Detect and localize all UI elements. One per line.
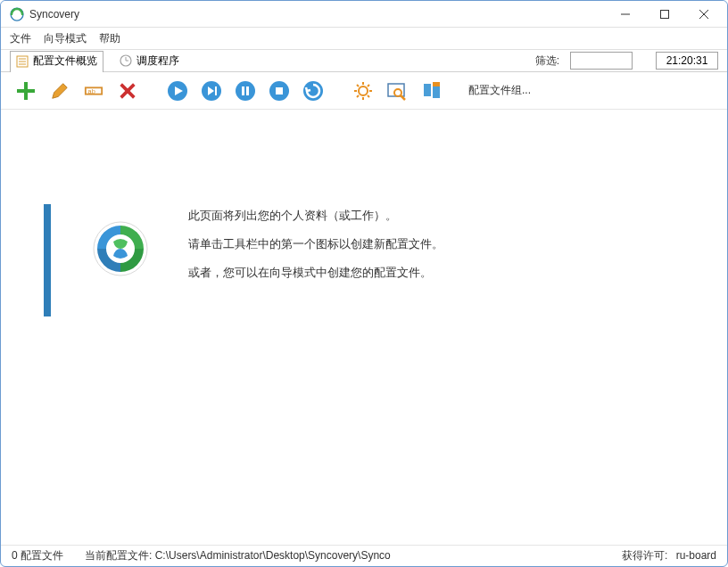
- profile-group-button[interactable]: 配置文件组...: [468, 83, 531, 98]
- welcome-panel: 此页面将列出您的个人资料（或工作）。 请单击工具栏中的第一个图标以创建新配置文件…: [44, 204, 443, 316]
- svg-line-33: [368, 95, 369, 97]
- restore-button[interactable]: [301, 78, 326, 103]
- svg-rect-13: [17, 89, 35, 93]
- svg-text:ab: ab: [88, 86, 95, 94]
- app-icon: [10, 7, 24, 21]
- delete-button[interactable]: [115, 78, 140, 103]
- svg-rect-23: [246, 86, 249, 95]
- filter-input[interactable]: [570, 52, 633, 70]
- svg-line-32: [357, 85, 359, 86]
- search-button[interactable]: [385, 78, 410, 103]
- content-area: 此页面将列出您的个人资料（或工作）。 请单击工具栏中的第一个图标以创建新配置文件…: [1, 110, 727, 545]
- menu-wizard[interactable]: 向导模式: [44, 31, 87, 46]
- window-controls: [606, 1, 724, 27]
- current-profile: 当前配置文件: C:\Users\Administrator\Desktop\S…: [85, 548, 391, 563]
- status-bar: 0 配置文件 当前配置文件: C:\Users\Administrator\De…: [1, 545, 727, 566]
- menu-bar: 文件 向导模式 帮助: [1, 28, 727, 49]
- tabs-row: 配置文件概览 调度程序 筛选: 21:20:31: [1, 49, 727, 72]
- svg-rect-22: [242, 86, 244, 95]
- settings-button[interactable]: [351, 78, 376, 103]
- tab-label: 配置文件概览: [33, 53, 97, 69]
- svg-point-37: [394, 89, 401, 96]
- list-icon: [16, 55, 29, 68]
- svg-rect-2: [661, 10, 669, 18]
- accent-bar: [44, 204, 51, 316]
- tab-profile-overview[interactable]: 配置文件概览: [10, 51, 103, 72]
- svg-rect-20: [215, 86, 217, 95]
- tab-scheduler[interactable]: 调度程序: [114, 50, 185, 71]
- run-button[interactable]: [165, 78, 190, 103]
- toolbar: ab 配置文件组...: [1, 72, 727, 110]
- clock-display: 21:20:31: [656, 52, 718, 70]
- close-button[interactable]: [684, 1, 724, 27]
- svg-rect-39: [424, 84, 431, 96]
- welcome-line-1: 此页面将列出您的个人资料（或工作）。: [188, 208, 443, 224]
- rename-button[interactable]: ab: [81, 78, 106, 103]
- svg-rect-25: [276, 87, 283, 94]
- pause-button[interactable]: [233, 78, 258, 103]
- svg-point-21: [236, 81, 255, 101]
- svg-line-34: [357, 95, 359, 97]
- welcome-line-3: 或者，您可以在向导模式中创建您的配置文件。: [188, 265, 443, 281]
- window-title: Syncovery: [29, 8, 606, 21]
- title-bar: Syncovery: [1, 1, 727, 28]
- tab-label: 调度程序: [136, 53, 179, 69]
- run-attended-button[interactable]: [199, 78, 224, 103]
- welcome-line-2: 请单击工具栏中的第一个图标以创建新配置文件。: [188, 236, 443, 252]
- license-info: 获得许可: ru-board: [622, 548, 716, 563]
- maximize-button[interactable]: [645, 1, 684, 27]
- welcome-text: 此页面将列出您的个人资料（或工作）。 请单击工具栏中的第一个图标以创建新配置文件…: [188, 204, 443, 281]
- minimize-button[interactable]: [606, 1, 645, 27]
- svg-rect-41: [433, 82, 440, 86]
- filter-label: 筛选:: [535, 53, 559, 69]
- clock-icon: [120, 54, 132, 67]
- syncovery-logo-icon: [92, 220, 149, 277]
- stop-button[interactable]: [267, 78, 292, 103]
- edit-button[interactable]: [47, 78, 72, 103]
- svg-line-35: [368, 85, 369, 86]
- window: Syncovery 文件 向导模式 帮助 配置文件概览: [0, 0, 728, 567]
- add-profile-button[interactable]: [13, 78, 38, 103]
- queue-button[interactable]: [418, 78, 443, 103]
- menu-help[interactable]: 帮助: [99, 31, 120, 46]
- svg-point-27: [359, 86, 368, 95]
- menu-file[interactable]: 文件: [10, 31, 31, 46]
- profile-count: 0 配置文件: [12, 548, 63, 563]
